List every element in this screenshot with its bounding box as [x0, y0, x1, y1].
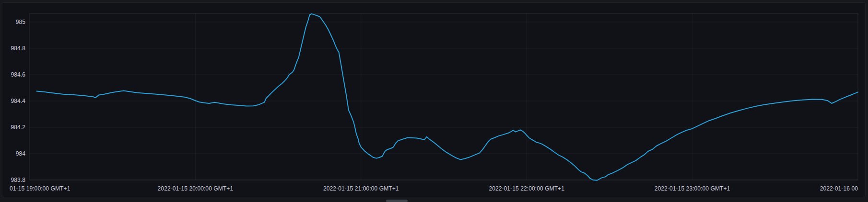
y-tick-label: 984.4 — [1, 98, 25, 104]
y-tick-label: 985 — [1, 19, 25, 25]
y-tick-label: 984.2 — [1, 124, 25, 131]
x-tick-label: 2022-01-15 21:00:00 GMT+1 — [323, 185, 399, 192]
y-tick-label: 984.6 — [1, 71, 25, 78]
x-tick-label: 2022-01-15 20:00:00 GMT+1 — [158, 185, 234, 192]
y-tick-label: 984.8 — [1, 45, 25, 52]
x-tick-label: 01-15 19:00:00 GMT+1 — [10, 185, 70, 192]
dashboard-page: { "panel": { "background": "#111217", "p… — [0, 0, 868, 202]
plot-area[interactable] — [30, 13, 858, 180]
x-tick-label: 2022-01-15 22:00:00 GMT+1 — [489, 185, 564, 192]
chart-canvas — [0, 0, 868, 202]
y-tick-label: 984 — [1, 150, 25, 157]
y-tick-label: 983.8 — [1, 177, 25, 183]
x-tick-label: 2022-01-15 23:00:00 GMT+1 — [655, 185, 730, 192]
horizontal-scrollbar-thumb[interactable] — [386, 200, 408, 202]
x-tick-label: 2022-01-16 00 — [820, 185, 858, 192]
